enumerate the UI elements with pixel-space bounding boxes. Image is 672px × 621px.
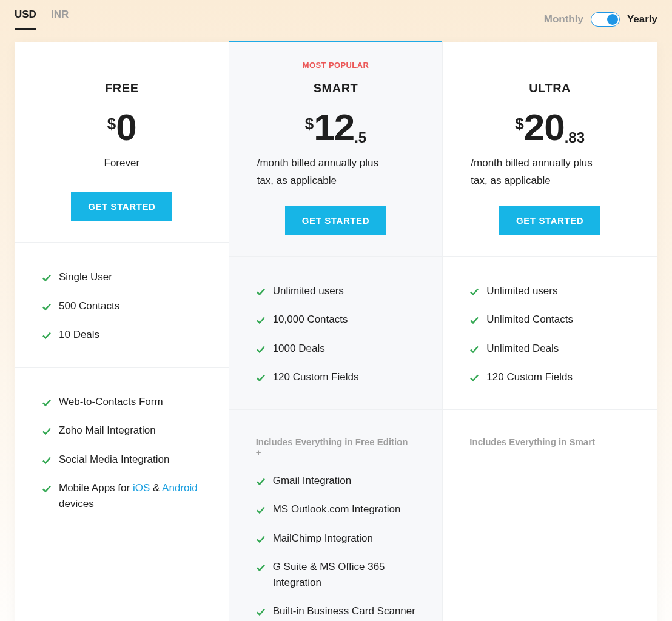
check-icon [42,272,52,281]
check-icon [256,504,266,514]
feature-text: Built-in Business Card Scanner on our iO… [273,603,416,621]
check-icon [256,314,266,324]
feature-text: Unlimited users [273,283,344,299]
plan-limits: Unlimited users10,000 Contacts1000 Deals… [229,257,443,410]
check-icon [42,425,52,435]
plan-smart: MOST POPULARSMART$12.5/month billed annu… [229,42,443,621]
plan-name: ULTRA [529,81,571,95]
check-icon [42,397,52,406]
price-integer: 0 [116,109,136,146]
check-icon [256,533,266,543]
switch-knob [607,14,618,25]
plan-head: ULTRA$20.83/month billed annually plus t… [443,42,657,257]
feature-text: Unlimited Contacts [486,312,573,327]
plan-free: FREE$0ForeverGET STARTEDSingle User500 C… [15,42,229,621]
currency-symbol: $ [515,115,523,133]
price-note: /month billed annually plus tax, as appl… [257,155,391,190]
plan-price: $12.5 [305,109,366,146]
plan-integrations: Web-to-Contacts FormZoho Mail Integratio… [15,368,229,536]
get-started-button[interactable]: GET STARTED [71,192,172,221]
feature-item: 1000 Deals [256,341,416,357]
feature-item: Zoho Mail Integration [42,423,202,438]
feature-text: MailChimp Integration [273,531,373,546]
feature-text: Zoho Mail Integration [59,423,156,438]
currency-tabs: USD INR [15,8,69,30]
feature-text: MS Outlook.com Integration [273,502,401,517]
feature-text: 500 Contacts [59,298,119,314]
feature-item: 10 Deals [42,327,202,343]
check-icon [256,475,266,485]
check-icon [256,606,266,616]
includes-note: Includes Everything in Smart [469,437,630,447]
feature-item: Mobile Apps for iOS & Android devices [42,480,202,511]
price-integer: 12 [314,109,354,146]
currency-tab-inr[interactable]: INR [51,8,69,30]
feature-text: 120 Custom Fields [486,369,573,385]
plan-price: $0 [107,109,136,146]
feature-item: Unlimited Contacts [469,312,630,327]
feature-item: Unlimited users [469,283,630,299]
check-icon [42,301,52,310]
plan-head: FREE$0ForeverGET STARTED [15,42,229,243]
plan-ultra: ULTRA$20.83/month billed annually plus t… [443,42,657,621]
feature-text: Unlimited Deals [486,341,559,357]
plan-head: MOST POPULARSMART$12.5/month billed annu… [229,41,443,257]
period-monthly-label[interactable]: Monthly [544,13,583,25]
price-note: Forever [104,155,140,172]
check-icon [256,286,266,295]
feature-item: Unlimited users [256,283,416,299]
plan-price: $20.83 [515,109,585,146]
get-started-button[interactable]: GET STARTED [499,206,600,235]
feature-text: Web-to-Contacts Form [59,394,163,410]
check-icon [42,483,52,492]
feature-text: 10,000 Contacts [273,312,348,327]
feature-item: Web-to-Contacts Form [42,394,202,410]
feature-text: Unlimited users [486,283,557,299]
period-yearly-label[interactable]: Yearly [627,13,657,25]
check-icon [469,372,479,381]
check-icon [42,329,52,339]
billing-period-toggle: Monthly Yearly [544,12,657,27]
check-icon [256,562,266,571]
get-started-button[interactable]: GET STARTED [285,206,386,235]
currency-symbol: $ [107,115,116,133]
check-icon [469,286,479,295]
plan-limits: Single User500 Contacts10 Deals [15,243,229,368]
plan-integrations: Includes Everything in Smart [443,410,657,487]
pricing-plans: FREE$0ForeverGET STARTEDSingle User500 C… [0,42,672,621]
check-icon [469,343,479,353]
plan-badge: MOST POPULAR [303,61,369,70]
check-icon [469,314,479,324]
feature-item: 120 Custom Fields [469,369,630,385]
feature-item: Single User [42,269,202,285]
plan-limits: Unlimited usersUnlimited ContactsUnlimit… [443,257,657,410]
price-decimal: .83 [565,129,585,146]
price-integer: 20 [524,109,565,146]
check-icon [42,454,52,464]
price-note: /month billed annually plus tax, as appl… [471,155,604,190]
feature-text: Social Media Integration [59,452,169,468]
includes-note: Includes Everything in Free Edition + [256,437,416,457]
plan-name: SMART [314,81,358,95]
feature-item: 10,000 Contacts [256,312,416,327]
plan-name: FREE [105,81,138,95]
feature-text: Gmail Integration [273,473,351,489]
plan-integrations: Includes Everything in Free Edition +Gma… [229,410,443,621]
feature-item: Unlimited Deals [469,341,630,357]
feature-text: 1000 Deals [273,341,325,357]
currency-tab-usd[interactable]: USD [15,8,36,30]
feature-item: MS Outlook.com Integration [256,502,416,517]
currency-symbol: $ [305,115,314,133]
feature-text: 120 Custom Fields [273,369,359,385]
feature-text: Mobile Apps for iOS & Android devices [59,480,202,511]
period-switch[interactable] [591,12,620,27]
feature-item: MailChimp Integration [256,531,416,546]
check-icon [256,372,266,381]
feature-text: 10 Deals [59,327,99,343]
link-android[interactable]: Android [162,482,198,494]
topbar: USD INR Monthly Yearly [0,0,672,42]
feature-item: 500 Contacts [42,298,202,314]
check-icon [256,343,266,353]
link-ios[interactable]: iOS [133,482,150,494]
feature-text: Single User [59,269,112,285]
